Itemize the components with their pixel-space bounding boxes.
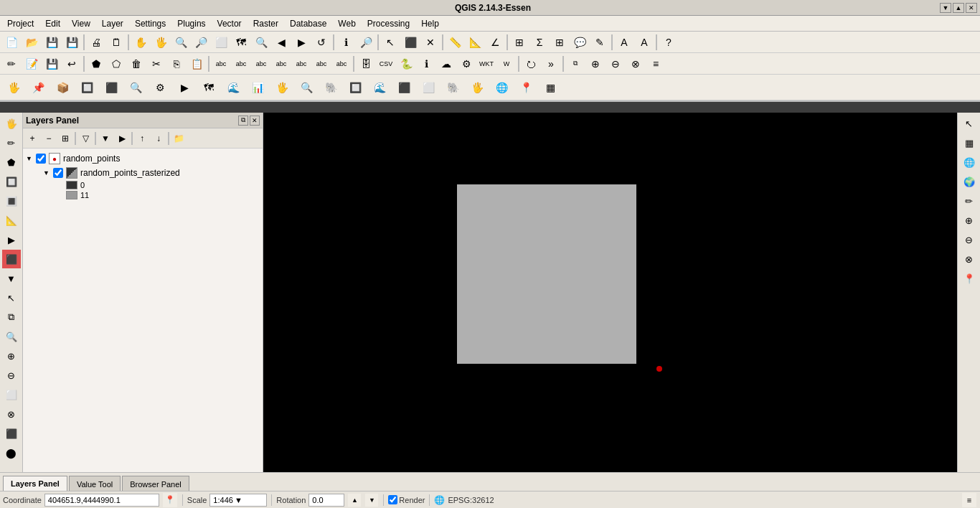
left-tool-18[interactable]: ⬤ [2,443,21,462]
plugin-tools-more[interactable]: » [542,55,560,73]
menubar-item-edit[interactable]: Edit [39,17,66,30]
collapse-all-button[interactable]: ▶ [114,131,130,146]
left-tool-13[interactable]: ⊕ [2,347,21,365]
plugin-tools-2[interactable]: ⧉ [566,55,585,73]
digitize-button[interactable]: ⬟ [87,55,105,73]
tool-3-5[interactable]: ⬛ [100,76,123,99]
left-tool-11[interactable]: ⧉ [2,308,21,326]
select-rect-button[interactable]: ⬛ [401,33,420,52]
left-tool-7[interactable]: ▶ [2,230,21,249]
left-tool-2[interactable]: ✏ [2,133,21,152]
tab-browser-panel[interactable]: Browser Panel [122,476,189,491]
scale-field[interactable]: 1:446 ▼ [209,494,267,507]
menubar-item-project[interactable]: Project [1,17,39,30]
tool-3-22[interactable]: 📍 [514,76,537,99]
tool-3-18[interactable]: ⬜ [417,76,440,99]
edit-pencil-button[interactable]: ✏ [2,55,21,73]
wkb-button[interactable]: W [497,55,516,73]
left-tool-16[interactable]: ⊗ [2,405,21,423]
measure-line-button[interactable]: 📏 [446,33,464,52]
csv-button[interactable]: CSV [377,55,395,73]
left-tool-15[interactable]: ⬜ [2,385,21,404]
restore-button[interactable]: ▲ [953,3,964,13]
plugin-tools-5[interactable]: ⊗ [626,55,645,73]
db-manager-button[interactable]: 🗄 [357,55,375,73]
identify-button[interactable]: ℹ [336,33,355,52]
statistical-summary-button[interactable]: Σ [530,33,549,52]
expand-all-button[interactable]: ▼ [98,131,113,146]
refresh-button[interactable]: ↺ [312,33,331,52]
rotation-field[interactable]: 0.0 [308,494,344,507]
python-button[interactable]: 🐍 [397,55,415,73]
epsg-icon[interactable]: 🌐 [434,495,445,505]
label-button[interactable]: A [615,33,633,52]
zoom-select-button[interactable]: 🔍 [252,33,270,52]
pan-button[interactable]: ✋ [131,33,150,52]
left-tool-12[interactable]: 🔍 [2,327,21,346]
pan-to-button[interactable]: 🖐 [151,33,170,52]
label-tool-2[interactable]: abc [232,55,250,73]
zoom-next-button[interactable]: ▶ [292,33,311,52]
attribute-table-button[interactable]: ⊞ [510,33,529,52]
add-layer-button[interactable]: + [24,131,40,146]
menubar-item-processing[interactable]: Processing [362,17,415,30]
annotation-button[interactable]: ✎ [590,33,609,52]
save-edit-button[interactable]: 💾 [42,55,61,73]
right-tool-5[interactable]: ✏ [960,192,979,210]
copy-feature-button[interactable]: ⎘ [167,55,186,73]
left-tool-10[interactable]: ↖ [2,288,21,307]
close-button[interactable]: ✕ [966,3,977,13]
paste-feature-button[interactable]: 📋 [187,55,206,73]
new-project-button[interactable]: 📄 [2,33,21,52]
left-tool-1[interactable]: 🖐 [2,114,21,133]
render-checkbox[interactable] [388,495,397,504]
menubar-item-vector[interactable]: Vector [212,17,248,30]
layer-item-random-points[interactable]: ▼ ● random_points [23,151,263,166]
left-tool-17[interactable]: ⬛ [2,424,21,443]
tool-3-14[interactable]: 🐘 [319,76,342,99]
tool-3-12[interactable]: 🖐 [270,76,293,99]
tool-3-6[interactable]: 🔍 [124,76,147,99]
plugin-tools-6[interactable]: ≡ [646,55,665,73]
open-project-button[interactable]: 📂 [22,33,41,52]
left-tool-14[interactable]: ⊖ [2,366,21,385]
rotation-up-button[interactable]: ▲ [348,494,361,507]
map-tips-button[interactable]: 💬 [570,33,589,52]
filter-layer-button[interactable]: ▽ [77,131,93,146]
left-tool-3[interactable]: ⬟ [2,153,21,171]
coordinate-field[interactable]: 404651.9,4444990.1 [44,494,159,507]
cut-feature-button[interactable]: ✂ [147,55,166,73]
right-tool-6[interactable]: ⊕ [960,211,979,230]
edit2-button[interactable]: 📝 [22,55,41,73]
tool-3-16[interactable]: 🌊 [368,76,391,99]
digitize2-button[interactable]: ⬠ [107,55,126,73]
left-tool-6[interactable]: 📐 [2,211,21,230]
tool-3-4[interactable]: 🔲 [75,76,98,99]
tool-3-10[interactable]: 🌊 [222,76,245,99]
rollback-button[interactable]: ↩ [62,55,81,73]
tool-3-9[interactable]: 🗺 [197,76,220,99]
select-button[interactable]: ↖ [381,33,400,52]
tool-3-15[interactable]: 🔲 [344,76,367,99]
tool-3-3[interactable]: 📦 [51,76,74,99]
left-tool-8[interactable]: ⬛ [2,250,21,268]
tool-3-21[interactable]: 🌐 [490,76,513,99]
menubar-item-web[interactable]: Web [332,17,361,30]
settings2-button[interactable]: ⚙ [457,55,476,73]
save-as-button[interactable]: 💾 [62,33,81,52]
menubar-item-help[interactable]: Help [415,17,445,30]
tool-3-13[interactable]: 🔍 [295,76,318,99]
label-tool-5[interactable]: abc [292,55,311,73]
zoom-in-button[interactable]: 🔍 [171,33,190,52]
right-tool-9[interactable]: 📍 [960,269,979,288]
layer-item-rasterized[interactable]: ▼ random_points_rasterized [37,166,263,180]
menubar-item-database[interactable]: Database [284,17,332,30]
plugin-tools-3[interactable]: ⊕ [586,55,605,73]
left-tool-5[interactable]: 🔳 [2,192,21,210]
heatmap-button[interactable]: ⊞ [550,33,569,52]
menubar-item-view[interactable]: View [66,17,96,30]
zoom-last-button[interactable]: ◀ [272,33,291,52]
remove-layer-button[interactable]: − [41,131,57,146]
label-tool-3[interactable]: abc [252,55,270,73]
right-tool-4[interactable]: 🌍 [960,172,979,191]
